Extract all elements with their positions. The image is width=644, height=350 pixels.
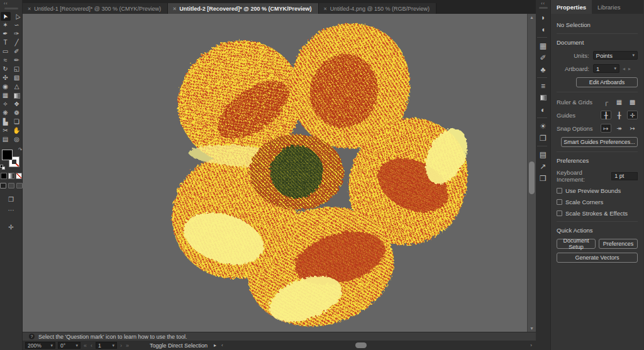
- question-mark-icon[interactable]: ?: [29, 334, 35, 339]
- scale-tool[interactable]: ◱: [12, 65, 22, 74]
- scroll-down-icon[interactable]: ▾: [530, 325, 533, 331]
- artboard-canvas[interactable]: ▴ ▾: [23, 14, 536, 332]
- toolbar-drag-handle[interactable]: [4, 8, 18, 9]
- smart-guides-button[interactable]: ✛: [627, 111, 638, 119]
- color-panel-icon[interactable]: ◗: [537, 11, 550, 23]
- artboard-navigation-dropdown[interactable]: 1▾: [96, 342, 117, 349]
- checkbox-scale-strokes-effects[interactable]: Scale Strokes & Effects: [557, 210, 638, 217]
- draw-normal-mode[interactable]: [0, 183, 6, 189]
- type-tool[interactable]: T: [1, 38, 11, 47]
- last-artboard-icon[interactable]: »: [125, 342, 130, 349]
- close-tab-icon[interactable]: ×: [324, 6, 327, 12]
- close-tab-icon[interactable]: ×: [28, 6, 31, 12]
- width-tool[interactable]: ✣: [1, 74, 11, 82]
- lock-guides-button[interactable]: ╂: [614, 111, 625, 119]
- transparency-panel-icon[interactable]: ◐: [537, 104, 550, 116]
- snap-to-point-button[interactable]: ↦: [601, 124, 611, 133]
- print-tiling-tool[interactable]: ▤: [1, 135, 11, 144]
- swatches-panel-icon[interactable]: ▦: [537, 40, 550, 52]
- vertical-scrollbar-thumb[interactable]: [529, 161, 535, 194]
- screen-mode-icon[interactable]: ❐: [8, 194, 14, 205]
- lasso-tool[interactable]: ∽: [12, 21, 22, 30]
- next-artboard-icon[interactable]: ›: [119, 342, 123, 349]
- free-transform-tool[interactable]: ▧: [12, 74, 22, 82]
- rotate-tool[interactable]: ↻: [1, 65, 11, 74]
- artboard-tool[interactable]: ❏: [12, 118, 22, 126]
- column-graph-tool[interactable]: ▙: [1, 118, 11, 126]
- show-guides-button[interactable]: ╂: [601, 111, 611, 119]
- previous-artboard-icon[interactable]: ‹: [90, 342, 93, 349]
- document-tab-2[interactable]: ×Untitled-2 [Recovered]* @ 200 % (CMYK/P…: [168, 3, 319, 14]
- checkbox-icon[interactable]: [557, 188, 562, 194]
- next-artboard-icon[interactable]: ▸: [628, 66, 631, 72]
- color-guide-panel-icon[interactable]: ◖: [537, 23, 550, 35]
- previous-artboard-icon[interactable]: ◂: [623, 66, 625, 72]
- edit-artboards-button[interactable]: Edit Artboards: [576, 77, 638, 87]
- default-fill-stroke-icon[interactable]: [0, 165, 5, 170]
- layers-panel-icon[interactable]: ▤: [537, 148, 550, 160]
- shaper-tool[interactable]: ≈: [1, 56, 11, 65]
- slice-tool[interactable]: ✂: [1, 126, 11, 135]
- tab-properties[interactable]: Properties: [551, 0, 592, 14]
- line-segment-tool[interactable]: ╱: [12, 38, 22, 47]
- hand-tool[interactable]: ✋: [12, 126, 22, 135]
- generative-sparkle-icon[interactable]: ✢: [8, 222, 14, 232]
- graphic-styles-panel-icon[interactable]: ❐: [537, 132, 550, 144]
- pencil-tool[interactable]: ✏: [12, 56, 22, 65]
- rectangle-tool[interactable]: ▭: [1, 47, 11, 56]
- artboards-panel-icon[interactable]: ❒: [537, 172, 550, 184]
- gradient-panel-icon[interactable]: [537, 92, 550, 104]
- mesh-tool[interactable]: ▦: [1, 91, 11, 100]
- checkbox-icon[interactable]: [557, 211, 562, 216]
- document-tab-1[interactable]: ×Untitled-1 [Recovered]* @ 300 % (CMYK/P…: [23, 3, 168, 14]
- draw-inside-mode[interactable]: [16, 183, 23, 189]
- shape-builder-tool[interactable]: ◉: [1, 82, 11, 91]
- snap-to-glyph-button[interactable]: ↣: [627, 124, 638, 133]
- scroll-left-icon[interactable]: ‹: [220, 342, 225, 348]
- first-artboard-icon[interactable]: «: [83, 342, 87, 349]
- symbol-sprayer-tool[interactable]: ❋: [1, 109, 11, 118]
- vertical-scrollbar[interactable]: ▴ ▾: [527, 14, 536, 332]
- horizontal-scrollbar-thumb[interactable]: [355, 342, 367, 348]
- eyedropper-tool[interactable]: ✧: [1, 100, 11, 109]
- dock-drag-handle[interactable]: [539, 7, 548, 9]
- paintbrush-tool[interactable]: ✐: [12, 47, 22, 56]
- gradient-tool[interactable]: [12, 91, 22, 100]
- toolbar-collapse-icon[interactable]: ‹‹: [4, 0, 8, 6]
- gradient-button[interactable]: [8, 173, 14, 179]
- corner-ruler-button[interactable]: ┌: [601, 97, 611, 106]
- checkbox-scale-corners[interactable]: Scale Corners: [557, 199, 638, 205]
- color-button[interactable]: [1, 173, 7, 179]
- scroll-right-icon[interactable]: ›: [529, 342, 533, 348]
- horizontal-scrollbar-track[interactable]: [225, 342, 530, 348]
- horizontal-scrollbar[interactable]: ‹ ›: [220, 342, 533, 349]
- direct-selection-tool[interactable]: ▷: [12, 12, 22, 21]
- pen-tool[interactable]: ✒: [1, 30, 11, 38]
- symbols-tool[interactable]: ❁: [12, 109, 22, 118]
- smart-guides-preferences-button[interactable]: Smart Guides Preferences...: [561, 137, 638, 147]
- dock-collapse-icon[interactable]: ‹‹: [541, 0, 545, 6]
- zoom-tool[interactable]: ◎: [12, 135, 22, 144]
- current-tool-label[interactable]: Toggle Direct Selection: [150, 342, 208, 349]
- brushes-panel-icon[interactable]: ✐: [537, 52, 550, 63]
- preferences-button[interactable]: Preferences: [599, 239, 638, 249]
- tab-libraries[interactable]: Libraries: [592, 0, 626, 14]
- status-flyout-icon[interactable]: ▸: [214, 342, 216, 348]
- document-tab-3[interactable]: ×Untitled-4.png @ 150 % (RGB/Preview): [319, 3, 436, 14]
- zoom-level-dropdown[interactable]: 200%▾: [25, 342, 55, 349]
- units-dropdown[interactable]: Points▾: [593, 51, 638, 60]
- checkbox-use-preview-bounds[interactable]: Use Preview Bounds: [557, 187, 638, 194]
- scroll-up-icon[interactable]: ▴: [530, 14, 533, 20]
- halftone-flower-artwork[interactable]: [23, 14, 536, 332]
- magic-wand-tool[interactable]: ✶: [1, 21, 11, 30]
- edit-toolbar-icon[interactable]: ···: [8, 205, 14, 216]
- rotation-dropdown[interactable]: 0°▾: [58, 342, 80, 349]
- pixel-grid-button[interactable]: ▩: [627, 97, 638, 106]
- curvature-tool[interactable]: ✑: [12, 30, 22, 38]
- none-button[interactable]: [16, 173, 22, 179]
- artboard-dropdown[interactable]: 1▾: [593, 64, 619, 73]
- close-tab-icon[interactable]: ×: [173, 6, 176, 12]
- snap-to-grid-button[interactable]: ↠: [614, 124, 625, 133]
- draw-behind-mode[interactable]: [8, 183, 14, 189]
- stroke-panel-icon[interactable]: ≡: [537, 80, 550, 92]
